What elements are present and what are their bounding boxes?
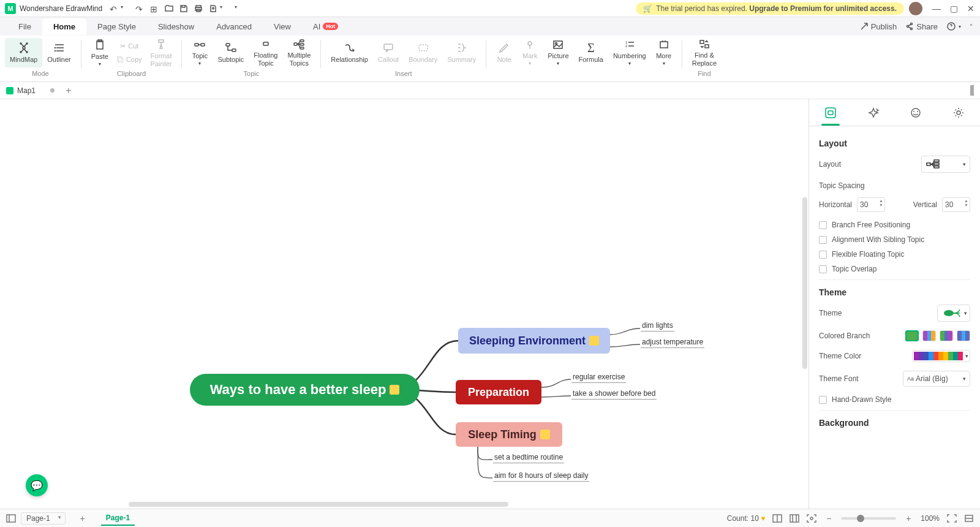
zoom-value[interactable]: 100% xyxy=(921,514,940,523)
new-icon[interactable]: ⊞ xyxy=(150,4,159,13)
maximize-icon[interactable]: ▢ xyxy=(949,4,958,13)
theme-font-selector[interactable]: AaArial (Big) ▾ xyxy=(903,371,970,387)
note-attachment-icon[interactable] xyxy=(589,336,599,346)
tab-settings[interactable] xyxy=(937,99,980,126)
flex-floating-checkbox[interactable]: Flexible Floating Topic xyxy=(819,250,970,259)
note-attachment-icon[interactable] xyxy=(390,385,399,395)
fullscreen-button[interactable] xyxy=(947,514,957,523)
chat-assistant-button[interactable]: 💬 xyxy=(26,474,48,496)
undo-icon[interactable]: ↶ xyxy=(110,4,118,13)
formula-button[interactable]: ΣFormula xyxy=(574,38,608,67)
zoom-in-button[interactable]: + xyxy=(903,514,913,523)
hand-drawn-checkbox[interactable]: Hand-Drawn Style xyxy=(819,395,970,404)
branch-swatch-4[interactable] xyxy=(957,330,970,341)
canvas[interactable]: Ways to have a better sleep Sleeping Env… xyxy=(0,99,809,498)
branch-swatch-1[interactable] xyxy=(905,330,919,341)
close-icon[interactable]: ✕ xyxy=(967,4,975,13)
layout-selector[interactable]: ▾ xyxy=(921,156,970,173)
note-button[interactable]: Note xyxy=(491,38,517,67)
cut-button[interactable]: ✂Cut xyxy=(113,39,146,53)
subtopic-button[interactable]: Subtopic xyxy=(213,38,249,67)
spin-controls[interactable]: ▲▼ xyxy=(879,199,883,207)
mindmap-branch-preparation[interactable]: Preparation xyxy=(456,380,541,404)
menu-file[interactable]: File xyxy=(7,18,42,35)
mark-button[interactable]: Mark▾ xyxy=(517,38,543,67)
multiple-topics-button[interactable]: Multiple Topics xyxy=(282,38,315,67)
leaf-regular-exercise[interactable]: regular exercise xyxy=(571,373,626,383)
floating-topic-button[interactable]: Floating Topic xyxy=(249,38,282,67)
menu-page-style[interactable]: Page Style xyxy=(86,18,147,35)
undo-dropdown-icon[interactable]: ▾ xyxy=(121,4,129,13)
theme-color-selector[interactable]: ▾ xyxy=(912,350,970,362)
vertical-spacing-input[interactable]: 30▲▼ xyxy=(942,197,970,212)
redo-icon[interactable]: ↷ xyxy=(135,4,144,13)
page-dropdown[interactable]: Page-1 xyxy=(21,512,66,525)
new-tab-button[interactable]: + xyxy=(66,85,71,96)
mindmap-mode-button[interactable]: MindMap xyxy=(5,38,42,67)
theme-selector[interactable]: ▾ xyxy=(937,305,970,322)
leaf-shower-before-bed[interactable]: take a shower before bed xyxy=(571,389,657,400)
find-replace-button[interactable]: Find & Replace xyxy=(687,38,722,67)
zoom-thumb[interactable] xyxy=(857,515,864,522)
topic-overlap-checkbox[interactable]: Topic Overlap xyxy=(819,265,970,273)
tab-layout[interactable] xyxy=(809,99,852,126)
menu-slideshow[interactable]: Slideshow xyxy=(147,18,205,35)
document-tab-map1[interactable]: Map1 xyxy=(6,86,55,95)
topic-button[interactable]: Topic▾ xyxy=(187,38,213,67)
paste-button[interactable]: Paste ▾ xyxy=(86,38,113,67)
vertical-scrollbar[interactable] xyxy=(802,197,807,369)
format-painter-button[interactable]: Format Painter xyxy=(146,38,177,67)
zoom-out-button[interactable]: − xyxy=(824,514,834,523)
relationship-button[interactable]: Relationship xyxy=(326,38,373,67)
focus-mode-button[interactable] xyxy=(807,514,816,523)
menu-advanced[interactable]: Advanced xyxy=(205,18,263,35)
align-sibling-checkbox[interactable]: Alignment With Sibling Topic xyxy=(819,235,970,244)
open-icon[interactable] xyxy=(165,4,173,13)
pages-panel-button[interactable] xyxy=(6,514,16,523)
view-mode-1[interactable] xyxy=(772,514,782,523)
mindmap-branch-sleeping-environment[interactable]: Sleeping Environment xyxy=(458,328,610,354)
mindmap-branch-sleep-timing[interactable]: Sleep Timing xyxy=(456,422,562,447)
summary-button[interactable]: Summary xyxy=(442,38,481,67)
avatar[interactable] xyxy=(909,2,922,15)
zoom-slider[interactable] xyxy=(841,517,896,520)
add-page-button[interactable]: + xyxy=(78,514,88,523)
horizontal-scrollbar[interactable] xyxy=(129,502,508,507)
menu-view[interactable]: View xyxy=(263,18,302,35)
page-tab-1[interactable]: Page-1 xyxy=(101,511,135,526)
panel-toggle-button[interactable] xyxy=(973,85,974,96)
minimize-icon[interactable]: — xyxy=(932,4,941,13)
mindmap-root-node[interactable]: Ways to have a better sleep xyxy=(190,374,420,406)
menu-ai[interactable]: AI Hot xyxy=(302,18,349,35)
fit-page-button[interactable] xyxy=(964,514,974,523)
print-icon[interactable] xyxy=(194,4,203,13)
leaf-dim-lights[interactable]: dim lights xyxy=(641,321,674,332)
export-icon[interactable] xyxy=(209,4,217,13)
share-button[interactable]: Share xyxy=(905,22,938,31)
trial-banner[interactable]: 🛒 The trial period has expired. Upgrade … xyxy=(636,2,904,15)
horizontal-spacing-input[interactable]: 30▲▼ xyxy=(857,197,885,212)
publish-button[interactable]: Publish xyxy=(860,22,897,31)
view-mode-2[interactable] xyxy=(790,514,799,523)
leaf-bedtime-routine[interactable]: set a bedtime routine xyxy=(493,453,564,463)
outliner-mode-button[interactable]: Outliner xyxy=(42,38,76,67)
picture-button[interactable]: Picture▾ xyxy=(543,38,573,67)
quick-toolbar-menu-icon[interactable]: ▾ xyxy=(235,4,243,13)
note-attachment-icon[interactable] xyxy=(540,430,550,439)
more-button[interactable]: More▾ xyxy=(651,38,677,67)
numbering-button[interactable]: 12Numbering▾ xyxy=(608,38,651,67)
collapse-ribbon-button[interactable]: ˄ xyxy=(970,23,973,30)
copy-button[interactable]: ⿻Copy xyxy=(113,53,146,66)
branch-free-checkbox[interactable]: Branch Free Positioning xyxy=(819,221,970,229)
export-dropdown-icon[interactable]: ▾ xyxy=(220,4,228,13)
tab-icons[interactable] xyxy=(895,99,938,126)
help-button[interactable]: ▾ xyxy=(946,21,961,31)
boundary-button[interactable]: Boundary xyxy=(404,38,442,67)
tab-ai[interactable] xyxy=(852,99,895,126)
branch-swatch-2[interactable] xyxy=(922,330,936,341)
leaf-8-hours[interactable]: aim for 8 hours of sleep daily xyxy=(493,471,589,482)
callout-button[interactable]: Callout xyxy=(373,38,404,67)
branch-swatch-3[interactable] xyxy=(940,330,953,341)
menu-home[interactable]: Home xyxy=(42,18,86,35)
spin-controls[interactable]: ▲▼ xyxy=(964,199,968,207)
